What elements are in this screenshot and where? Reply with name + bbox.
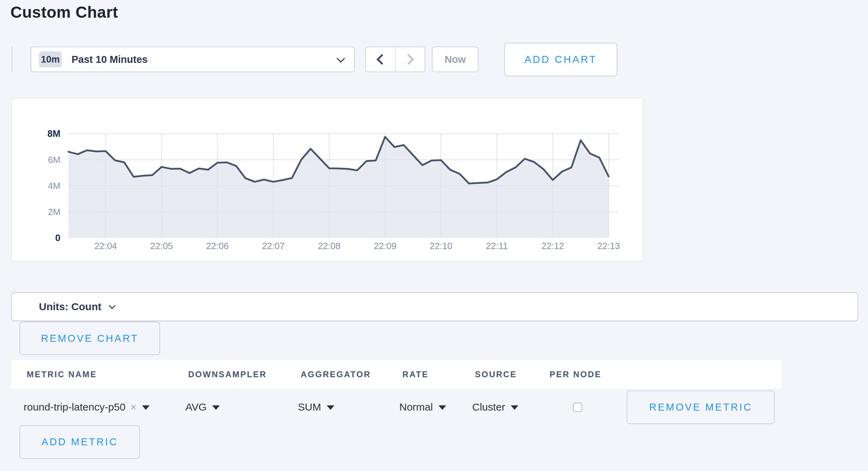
remove-chart-button[interactable]: REMOVE CHART [19, 322, 160, 355]
svg-text:22:09: 22:09 [374, 241, 397, 251]
downsampler-select[interactable]: AVG [185, 399, 220, 415]
chart-card: 02M4M6M8M22:0422:0522:0622:0722:0822:092… [11, 98, 643, 262]
source-select[interactable]: Cluster [472, 399, 518, 415]
svg-text:22:04: 22:04 [94, 241, 117, 251]
add-metric-button[interactable]: ADD METRIC [19, 425, 140, 459]
chevron-down-icon [336, 54, 345, 63]
col-header-aggregator: AGGREGATOR [301, 370, 371, 379]
caret-down-icon [142, 405, 150, 410]
clear-metric-icon[interactable]: × [130, 399, 136, 415]
rate-select[interactable]: Normal [399, 399, 446, 415]
time-forward-button[interactable] [396, 47, 425, 72]
svg-text:0: 0 [55, 233, 60, 243]
caret-down-icon [511, 405, 518, 410]
metrics-table-header: METRIC NAME DOWNSAMPLER AGGREGATOR RATE … [11, 360, 782, 389]
page-title: Custom Chart [10, 3, 118, 22]
time-range-dropdown[interactable]: 10m Past 10 Minutes [31, 47, 355, 72]
toolbar-left-rule [11, 47, 12, 72]
downsampler-value: AVG [185, 401, 207, 413]
now-button[interactable]: Now [432, 47, 478, 72]
time-nav-group [365, 47, 425, 72]
col-header-downsampler: DOWNSAMPLER [188, 370, 267, 379]
per-node-checkbox[interactable] [573, 403, 582, 412]
caret-down-icon [439, 405, 446, 410]
time-range-badge: 10m [39, 51, 62, 67]
svg-text:22:13: 22:13 [597, 241, 620, 251]
time-range-label: Past 10 Minutes [72, 54, 148, 65]
svg-text:22:11: 22:11 [486, 241, 508, 251]
source-value: Cluster [472, 401, 505, 413]
svg-text:6M: 6M [48, 155, 60, 165]
chevron-down-icon [109, 302, 116, 309]
units-label: Units: Count [39, 301, 101, 313]
aggregator-value: SUM [298, 401, 321, 413]
caret-down-icon [327, 405, 334, 410]
rate-value: Normal [399, 401, 433, 413]
svg-text:22:05: 22:05 [150, 241, 173, 251]
metric-name-value: round-trip-latency-p50 [24, 401, 125, 413]
svg-text:8M: 8M [47, 129, 60, 139]
svg-text:2M: 2M [48, 207, 60, 217]
metric-name-select[interactable]: round-trip-latency-p50 × [24, 399, 150, 415]
chevron-left-icon [376, 54, 387, 65]
col-header-metric-name: METRIC NAME [27, 370, 97, 379]
col-header-source: SOURCE [475, 370, 517, 379]
svg-text:22:08: 22:08 [318, 241, 341, 251]
add-chart-button[interactable]: ADD CHART [504, 43, 617, 76]
svg-text:22:06: 22:06 [206, 241, 229, 251]
remove-metric-button[interactable]: REMOVE METRIC [627, 390, 775, 424]
aggregator-select[interactable]: SUM [298, 399, 334, 415]
svg-text:4M: 4M [48, 181, 60, 191]
chevron-right-icon [403, 54, 414, 65]
metric-area-chart: 02M4M6M8M22:0422:0522:0622:0722:0822:092… [12, 98, 644, 263]
svg-text:22:07: 22:07 [262, 241, 285, 251]
col-header-per-node: PER NODE [550, 370, 601, 379]
col-header-rate: RATE [402, 370, 429, 379]
time-back-button[interactable] [366, 47, 396, 72]
svg-text:22:12: 22:12 [541, 241, 564, 251]
svg-text:22:10: 22:10 [430, 241, 452, 251]
caret-down-icon [212, 405, 220, 410]
units-dropdown[interactable]: Units: Count [11, 292, 858, 321]
